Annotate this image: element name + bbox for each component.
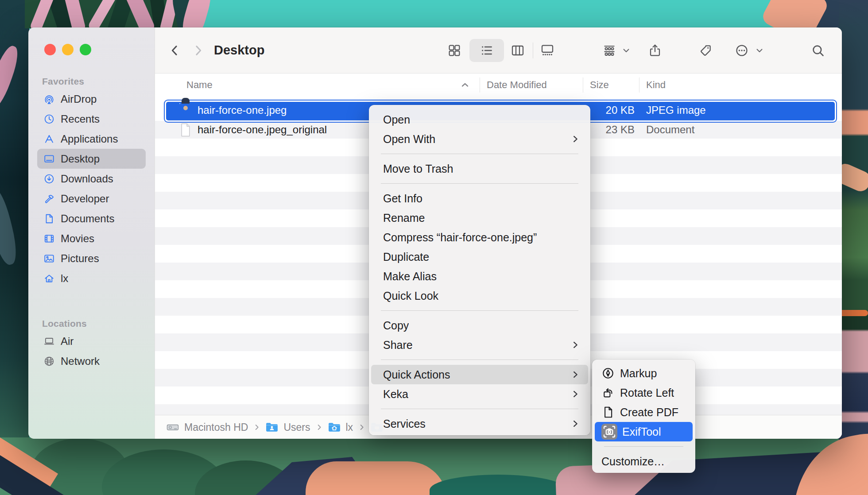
path-segment[interactable]: lx xyxy=(346,422,353,433)
gallery-view-icon xyxy=(540,43,554,58)
sidebar-item-label: Air xyxy=(61,335,74,348)
sidebar-item-label: AirDrop xyxy=(61,93,97,105)
toolbar-divider xyxy=(533,43,533,58)
column-header-name[interactable]: Name xyxy=(186,73,213,96)
submenu-arrow-icon xyxy=(570,419,580,429)
close-button[interactable] xyxy=(44,44,56,55)
menu-item-keka[interactable]: Keka xyxy=(371,384,588,404)
menu-item-label: Customize… xyxy=(601,455,665,468)
file-name: hair-force-one.jpeg xyxy=(198,104,287,116)
sidebar-item-movies[interactable]: Movies xyxy=(37,228,146,248)
sidebar-item-recents[interactable]: Recents xyxy=(37,109,146,129)
column-divider[interactable] xyxy=(639,77,639,93)
menu-item-get-info[interactable]: Get Info xyxy=(371,189,588,208)
path-segment[interactable]: Macintosh HD xyxy=(184,422,248,433)
wallpaper-stone xyxy=(306,461,447,495)
menu-item-label: ExifTool xyxy=(622,425,661,438)
forward-button[interactable] xyxy=(189,27,207,73)
menu-item-move-to-trash[interactable]: Move to Trash xyxy=(371,159,588,178)
share-button[interactable] xyxy=(646,27,664,73)
menu-item-duplicate[interactable]: Duplicate xyxy=(371,247,588,267)
menu-item-customize[interactable]: Customize… xyxy=(595,452,693,471)
tag-button[interactable] xyxy=(696,27,715,73)
menu-separator xyxy=(381,360,578,360)
back-button[interactable] xyxy=(166,27,184,73)
desktop-wallpaper: FavoritesAirDropRecentsApplicationsDeskt… xyxy=(0,0,868,495)
list-view-button[interactable] xyxy=(477,27,496,73)
chevron-left-icon xyxy=(168,44,182,57)
menu-separator xyxy=(604,446,683,447)
menu-item-label: Get Info xyxy=(383,192,422,205)
quick-actions-submenu: MarkupRotate LeftCreate PDFExifToolCusto… xyxy=(592,360,695,473)
menu-item-create-pdf[interactable]: Create PDF xyxy=(595,402,693,422)
menu-item-rename[interactable]: Rename xyxy=(371,208,588,228)
toolbar: Desktop xyxy=(155,27,842,73)
menu-item-quick-actions[interactable]: Quick Actions xyxy=(371,365,588,384)
documents-icon xyxy=(43,213,55,224)
menu-item-services[interactable]: Services xyxy=(371,414,588,433)
column-divider[interactable] xyxy=(480,77,480,93)
document-file-icon xyxy=(180,123,191,137)
airdrop-icon xyxy=(43,93,55,105)
wallpaper-shape xyxy=(839,310,868,316)
icon-view-button[interactable] xyxy=(445,27,464,73)
path-segment[interactable]: Users xyxy=(283,422,310,433)
menu-item-make-alias[interactable]: Make Alias xyxy=(371,267,588,286)
minimize-button[interactable] xyxy=(62,44,74,55)
sidebar-item-downloads[interactable]: Downloads xyxy=(37,169,146,189)
menu-item-label: Create PDF xyxy=(620,406,678,419)
sort-ascending-icon[interactable] xyxy=(460,80,470,90)
sidebar-item-applications[interactable]: Applications xyxy=(37,129,146,149)
sidebar-item-air[interactable]: Air xyxy=(37,331,146,351)
menu-item-label: Open xyxy=(383,113,410,126)
pictures-icon xyxy=(43,253,55,264)
sidebar-item-label: Movies xyxy=(61,232,94,245)
sidebar-item-documents[interactable]: Documents xyxy=(37,209,146,228)
column-header-size[interactable]: Size xyxy=(590,73,609,96)
path-chevron-icon xyxy=(358,424,365,431)
context-menu: OpenOpen WithMove to TrashGet InfoRename… xyxy=(369,105,590,435)
menu-item-exiftool[interactable]: ExifTool xyxy=(595,422,693,441)
folder-home-icon xyxy=(328,422,341,433)
menu-item-quick-look[interactable]: Quick Look xyxy=(371,286,588,306)
sidebar-item-network[interactable]: Network xyxy=(37,351,146,371)
sidebar-item-developer[interactable]: Developer xyxy=(37,189,146,209)
group-chevron-down-icon[interactable] xyxy=(620,27,632,73)
menu-item-share[interactable]: Share xyxy=(371,335,588,355)
gallery-view-button[interactable] xyxy=(538,27,557,73)
sidebar-item-lx[interactable]: lx xyxy=(37,268,146,288)
column-view-button[interactable] xyxy=(508,27,527,73)
group-button[interactable] xyxy=(600,27,619,73)
menu-item-rotate-left[interactable]: Rotate Left xyxy=(595,383,693,402)
search-button[interactable] xyxy=(809,27,827,73)
tag-icon xyxy=(698,43,713,58)
menu-item-markup[interactable]: Markup xyxy=(595,364,693,383)
sidebar-sections: FavoritesAirDropRecentsApplicationsDeskt… xyxy=(28,74,155,371)
menu-separator xyxy=(381,183,578,184)
zoom-button[interactable] xyxy=(80,44,91,55)
chevron-right-icon xyxy=(191,44,205,57)
column-headers: Name Date Modified Size Kind xyxy=(155,73,842,97)
column-header-kind[interactable]: Kind xyxy=(646,73,666,96)
path-chevron-icon xyxy=(253,424,260,431)
sidebar-section-favorites: FavoritesAirDropRecentsApplicationsDeskt… xyxy=(28,74,155,288)
sidebar-item-label: Recents xyxy=(61,113,100,125)
more-chevron-down-icon[interactable] xyxy=(753,27,766,73)
column-header-date-modified[interactable]: Date Modified xyxy=(487,73,547,96)
sidebar-item-desktop[interactable]: Desktop xyxy=(37,149,146,169)
file-name: hair-force-one.jpeg_original xyxy=(198,124,327,136)
sidebar-section-label: Favorites xyxy=(28,74,155,89)
sidebar-item-pictures[interactable]: Pictures xyxy=(37,248,146,268)
column-divider[interactable] xyxy=(583,77,583,93)
sidebar-item-airdrop[interactable]: AirDrop xyxy=(37,89,146,109)
menu-item-compress-hair-force-one-jpeg[interactable]: Compress “hair-force-one.jpeg” xyxy=(371,228,588,247)
network-icon xyxy=(43,356,55,367)
hdd-icon xyxy=(167,422,179,433)
movies-icon xyxy=(43,233,55,244)
menu-item-open-with[interactable]: Open With xyxy=(371,129,588,149)
search-icon xyxy=(811,43,825,58)
more-options-button[interactable] xyxy=(732,27,751,73)
column-view-icon xyxy=(511,43,525,58)
menu-item-copy[interactable]: Copy xyxy=(371,316,588,335)
menu-item-open[interactable]: Open xyxy=(371,110,588,129)
